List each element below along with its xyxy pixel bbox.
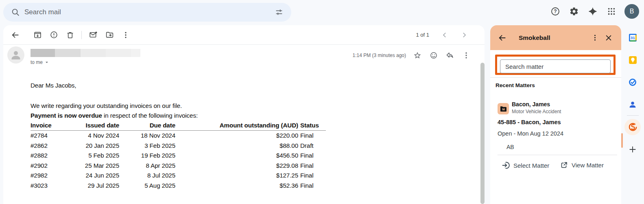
select-matter-icon — [502, 161, 510, 169]
table-row: #290225 Mar 20258 Apr 2025$229.08Final — [31, 161, 326, 171]
search-icon[interactable] — [7, 3, 24, 21]
panel-more-icon[interactable] — [588, 30, 602, 46]
move-to-folder-icon[interactable] — [101, 27, 118, 43]
settings-gear-icon[interactable] — [566, 3, 582, 20]
tasks-icon[interactable] — [624, 74, 641, 90]
invoice-table-body: #27844 Nov 202418 Nov 2024$220.00Final#2… — [31, 131, 326, 191]
table-cell: 24 Jun 2025 — [71, 171, 119, 181]
archive-icon[interactable] — [29, 27, 46, 43]
chevron-down-icon[interactable] — [44, 59, 50, 65]
gmail-top-bar: ? B — [0, 0, 644, 23]
table-cell: 18 Nov 2024 — [119, 131, 175, 141]
to-me-label: to me — [31, 59, 43, 65]
gemini-sparkle-icon[interactable] — [585, 3, 601, 20]
svg-text:31: 31 — [630, 35, 635, 40]
matter-status: Open - Mon Aug 12 2024 — [498, 130, 563, 137]
table-cell: Final — [298, 181, 326, 191]
contacts-icon[interactable] — [624, 97, 641, 113]
email-scrollbar[interactable] — [480, 63, 485, 204]
pagination-count: 1 of 1 — [416, 32, 429, 38]
profile-avatar[interactable]: B — [624, 4, 639, 19]
intro-line: We write regarding your outstanding invo… — [31, 101, 326, 111]
add-addon-icon[interactable] — [624, 141, 641, 158]
table-row: #302329 Jul 20255 Aug 2025$52.36Final — [31, 181, 326, 191]
search-matter-input[interactable] — [500, 59, 611, 73]
table-cell: #2982 — [31, 171, 71, 181]
table-cell: Draft — [298, 141, 326, 151]
matter-folder-icon[interactable]: M — [498, 103, 509, 114]
matter-type: Motor Vehicle Accident — [512, 109, 561, 114]
addon-side-rail: 31 — [621, 23, 644, 204]
table-cell: Final — [298, 131, 326, 141]
rail-divider — [627, 115, 639, 116]
calendar-icon[interactable]: 31 — [624, 29, 641, 46]
svg-text:M: M — [502, 107, 504, 111]
panel-close-icon[interactable] — [602, 30, 616, 46]
table-cell: $456.50 — [175, 151, 298, 161]
table-cell: 4 Nov 2024 — [71, 131, 119, 141]
emoji-reaction-icon[interactable] — [426, 47, 442, 64]
table-cell: Final — [298, 151, 326, 161]
table-cell: #2902 — [31, 161, 71, 171]
table-cell: 3 Feb 2025 — [119, 141, 175, 151]
table-cell: $229.08 — [175, 161, 298, 171]
table-row: #27844 Nov 202418 Nov 2024$220.00Final — [31, 131, 326, 141]
table-row: #28825 Feb 202519 Feb 2025$456.50Final — [31, 151, 326, 161]
table-cell: #2882 — [31, 151, 71, 161]
invoice-table-header: Issued date — [71, 121, 119, 130]
delete-icon[interactable] — [62, 27, 78, 43]
search-input[interactable] — [24, 8, 270, 16]
apps-grid-icon[interactable] — [603, 3, 620, 20]
panel-divider — [490, 77, 621, 78]
reply-icon[interactable] — [442, 47, 458, 64]
table-cell: Final — [298, 171, 326, 181]
recent-matters-heading: Recent Matters — [496, 82, 535, 88]
email-toolbar: 1 of 1 — [3, 25, 485, 45]
active-app-indicator — [621, 133, 623, 148]
overdue-rest-text: in respect of the following invoices: — [102, 112, 198, 119]
panel-back-icon[interactable] — [494, 30, 511, 46]
invoice-table-header: Invoice — [31, 121, 71, 130]
back-icon[interactable] — [7, 27, 24, 43]
greeting-line: Dear Ms Jacobs, — [31, 81, 326, 90]
smokeball-panel-header: Smokeball — [490, 25, 621, 50]
newer-chevron-icon[interactable] — [437, 27, 453, 43]
help-icon[interactable]: ? — [547, 3, 563, 20]
keep-icon[interactable] — [624, 52, 641, 68]
message-more-icon[interactable] — [458, 47, 474, 64]
email-timestamp: 1:14 PM (3 minutes ago) — [353, 53, 406, 58]
smokeball-panel: Smokeball Recent Matters M Bacon, James … — [490, 25, 621, 204]
table-cell: $220.00 — [175, 131, 298, 141]
table-cell: #2862 — [31, 141, 71, 151]
more-options-icon[interactable] — [118, 27, 134, 43]
sender-avatar[interactable] — [7, 46, 24, 64]
table-cell: #2784 — [31, 131, 71, 141]
report-spam-icon[interactable] — [46, 27, 62, 43]
table-cell: #3023 — [31, 181, 71, 191]
matter-divider — [498, 155, 617, 155]
smokeball-app-icon[interactable] — [624, 119, 641, 135]
matter-initials: AB — [506, 144, 514, 150]
mail-search-bar[interactable] — [3, 3, 291, 22]
star-icon[interactable] — [409, 47, 426, 64]
table-cell: 5 Aug 2025 — [119, 181, 175, 191]
view-matter-label: View Matter — [572, 162, 604, 169]
mark-unread-icon[interactable] — [85, 27, 101, 43]
matter-client-name[interactable]: Bacon, James — [512, 101, 550, 107]
select-matter-button[interactable]: Select Matter — [502, 161, 549, 169]
table-cell: $88.00 — [175, 141, 298, 151]
matter-actions: Select Matter View Matter — [490, 160, 621, 174]
email-header: to me 1:14 PM (3 minutes ago) — [3, 45, 485, 84]
invoice-table-header: Amount outstanding (AUD) — [175, 121, 298, 130]
select-matter-label: Select Matter — [513, 162, 549, 169]
invoice-table-header: Status — [298, 121, 326, 130]
table-cell: Final — [298, 161, 326, 171]
table-cell: 20 Jan 2025 — [71, 141, 119, 151]
table-cell: 19 Feb 2025 — [119, 151, 175, 161]
older-chevron-icon[interactable] — [456, 27, 472, 43]
view-matter-button[interactable]: View Matter — [560, 161, 604, 169]
table-row: #286220 Jan 20253 Feb 2025$88.00Draft — [31, 141, 326, 151]
table-row: #298224 Jun 20258 Jul 2025$127.25Final — [31, 171, 326, 181]
recipient-row[interactable]: to me — [31, 59, 50, 65]
search-options-icon[interactable] — [270, 3, 288, 21]
